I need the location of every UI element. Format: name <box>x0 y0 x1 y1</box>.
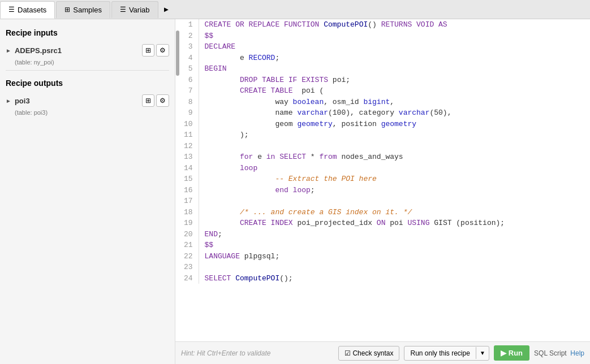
line-code: e RECORD; <box>199 53 590 64</box>
line-code: ); <box>199 129 590 141</box>
output-arrow-icon: ► <box>6 98 11 104</box>
table-row: 20 END; <box>175 229 590 240</box>
table-row: 23 <box>175 262 590 273</box>
input-item-subtitle: (table: ny_poi) <box>6 59 169 66</box>
table-row: 4 e RECORD; <box>175 53 590 64</box>
table-row: 7 CREATE TABLE poi ( <box>175 85 590 97</box>
line-number: 18 <box>175 207 199 218</box>
code-panel: 1 CREATE OR REPLACE FUNCTION ComputePOI(… <box>175 19 590 364</box>
input-settings-icon-btn[interactable]: ⚙ <box>156 44 169 57</box>
output-item-subtitle: (table: poi3) <box>6 109 169 116</box>
run-only-label[interactable]: Run only this recipe <box>404 346 475 360</box>
line-code: CREATE TABLE poi ( <box>199 85 590 97</box>
line-code: DECLARE <box>199 41 590 53</box>
input-table-icon-btn[interactable]: ⊞ <box>142 44 154 57</box>
line-code: way boolean, osm_id bigint, <box>199 97 590 108</box>
input-item-icons: ⊞ ⚙ <box>142 44 169 57</box>
table-row: 6 DROP TABLE IF EXISTS poi; <box>175 75 590 86</box>
line-code: CREATE INDEX poi_projected_idx ON poi US… <box>199 218 590 229</box>
line-number: 24 <box>175 273 199 284</box>
line-number: 20 <box>175 229 199 240</box>
divider-1 <box>6 70 169 71</box>
recipe-inputs-title: Recipe inputs <box>6 28 169 37</box>
datasets-icon: ☰ <box>8 6 15 14</box>
line-code: SELECT ComputePOI(); <box>199 273 590 284</box>
main-area: Recipe inputs ► ADEPS.psrc1 ⊞ ⚙ (table: … <box>0 19 590 364</box>
help-link[interactable]: Help <box>570 349 584 357</box>
table-row: 15 -- Extract the POI here <box>175 174 590 185</box>
line-number: 16 <box>175 185 199 196</box>
tab-samples-label: Samples <box>73 6 102 14</box>
tabs-arrow[interactable]: ► <box>160 1 174 18</box>
table-row: 24 SELECT ComputePOI(); <box>175 273 590 284</box>
output-item-name[interactable]: poi3 <box>15 97 30 105</box>
line-code <box>199 141 590 152</box>
line-number: 19 <box>175 218 199 229</box>
line-code: -- Extract the POI here <box>199 174 590 185</box>
line-code: CREATE OR REPLACE FUNCTION ComputePOI() … <box>199 19 590 31</box>
line-code: $$ <box>199 240 590 251</box>
table-row: 8 way boolean, osm_id bigint, <box>175 97 590 108</box>
line-number: 22 <box>175 251 199 262</box>
run-play-icon: ▶ <box>501 349 506 357</box>
line-number: 21 <box>175 240 199 251</box>
input-item-name[interactable]: ADEPS.psrc1 <box>15 46 62 55</box>
line-code: BEGIN <box>199 63 590 75</box>
line-number: 9 <box>175 107 199 119</box>
line-code: END; <box>199 229 590 240</box>
run-dropdown: Run only this recipe ▼ <box>404 346 489 361</box>
table-row: 5 BEGIN <box>175 63 590 75</box>
output-table-icon-btn[interactable]: ⊞ <box>142 94 154 107</box>
table-row: 2 $$ <box>175 31 590 42</box>
table-row: 19 CREATE INDEX poi_projected_idx ON poi… <box>175 218 590 229</box>
table-row: 3 DECLARE <box>175 41 590 53</box>
output-settings-icon-btn[interactable]: ⚙ <box>156 94 169 107</box>
table-row: 14 loop <box>175 163 590 174</box>
run-caret-icon[interactable]: ▼ <box>476 347 489 359</box>
line-code: for e in SELECT * from nodes_and_ways <box>199 151 590 163</box>
samples-icon: ⊞ <box>64 6 70 14</box>
tab-variables-label: Variab <box>129 6 150 14</box>
line-code <box>199 196 590 207</box>
input-item-row: ► ADEPS.psrc1 ⊞ ⚙ <box>6 42 169 59</box>
check-syntax-button[interactable]: ☑ Check syntax <box>338 346 399 361</box>
line-code: loop <box>199 163 590 174</box>
table-row: 9 name varchar(100), category varchar(50… <box>175 107 590 119</box>
table-row: 1 CREATE OR REPLACE FUNCTION ComputePOI(… <box>175 19 590 31</box>
left-panel-wrap: Recipe inputs ► ADEPS.psrc1 ⊞ ⚙ (table: … <box>0 19 175 364</box>
recipe-outputs-title: Recipe outputs <box>6 79 169 88</box>
tab-samples[interactable]: ⊞ Samples <box>56 1 110 18</box>
output-item-row: ► poi3 ⊞ ⚙ <box>6 92 169 109</box>
tab-datasets-label: Datasets <box>18 6 46 14</box>
line-number: 8 <box>175 97 199 108</box>
left-scroll-thumb <box>176 31 179 76</box>
sql-script-link: SQL Script Help <box>534 349 584 357</box>
line-number: 14 <box>175 163 199 174</box>
line-number: 11 <box>175 129 199 141</box>
line-code: end loop; <box>199 185 590 196</box>
check-syntax-label: ☑ Check syntax <box>344 349 393 357</box>
run-btn-label: Run <box>509 349 523 357</box>
table-row: 13 for e in SELECT * from nodes_and_ways <box>175 151 590 163</box>
bottom-bar: Hint: Hit Ctrl+Enter to validate ☑ Check… <box>175 341 590 364</box>
line-code: /* ... and create a GIS index on it. */ <box>199 207 590 218</box>
line-number: 13 <box>175 151 199 163</box>
variables-icon: ☰ <box>120 6 126 14</box>
line-number: 6 <box>175 75 199 86</box>
line-code: $$ <box>199 31 590 42</box>
line-number: 15 <box>175 174 199 185</box>
tab-datasets[interactable]: ☰ Datasets <box>0 1 55 19</box>
line-number: 23 <box>175 262 199 273</box>
code-editor[interactable]: 1 CREATE OR REPLACE FUNCTION ComputePOI(… <box>175 19 590 341</box>
tab-variables[interactable]: ☰ Variab <box>111 1 158 18</box>
table-row: 12 <box>175 141 590 152</box>
run-button[interactable]: ▶ Run <box>494 345 529 361</box>
table-row: 11 ); <box>175 129 590 141</box>
line-number: 7 <box>175 85 199 97</box>
line-code: geom geometry, position geometry <box>199 119 590 130</box>
line-number: 1 <box>175 19 199 31</box>
sql-script-label: SQL Script <box>534 349 567 357</box>
table-row: 10 geom geometry, position geometry <box>175 119 590 130</box>
line-code: DROP TABLE IF EXISTS poi; <box>199 75 590 86</box>
left-panel: Recipe inputs ► ADEPS.psrc1 ⊞ ⚙ (table: … <box>0 19 175 364</box>
